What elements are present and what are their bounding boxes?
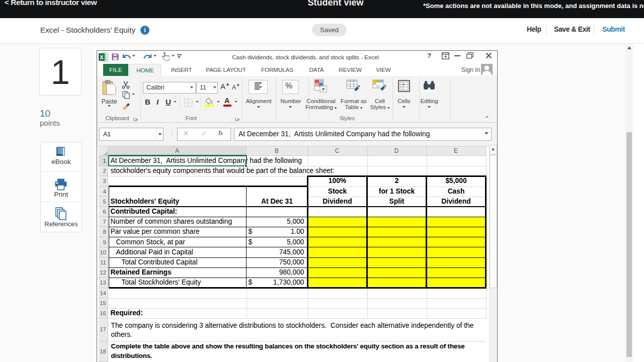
svg-text:X: X bbox=[100, 54, 104, 60]
svg-text:≠: ≠ bbox=[321, 86, 325, 92]
